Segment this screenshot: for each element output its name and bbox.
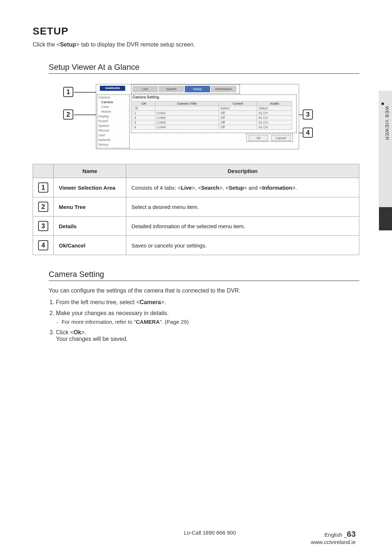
viewer-mock-window: SAMSUNG Live Search Setup Information Ca… xyxy=(96,84,299,149)
side-tab-label: WEB VIEWER xyxy=(384,106,390,141)
intro-text: Click the <Setup> tab to display the DVR… xyxy=(33,41,359,48)
callout-1: 1 xyxy=(63,87,73,97)
table-row: 3 Details Detailed information of the se… xyxy=(33,217,359,236)
logo-brand: SAMSUNG xyxy=(100,86,125,91)
table-row: 4 Ok/Cancel Saves or cancels your settin… xyxy=(33,236,359,255)
footer-phone: Lo-Call 1890 866 900 xyxy=(36,529,311,545)
callout-2: 2 xyxy=(63,109,73,120)
steps-list: From the left menu tree, select <Camera>… xyxy=(49,299,205,342)
step-1: From the left menu tree, select <Camera>… xyxy=(56,299,205,306)
callout-4: 4 xyxy=(303,128,313,138)
page-title: SETUP xyxy=(33,25,359,37)
side-tab: WEB VIEWER xyxy=(379,91,392,207)
step-2: Make your changes as necessary in detail… xyxy=(56,310,205,325)
dash-tabs xyxy=(131,84,240,94)
dash-tree xyxy=(97,94,130,148)
diagram: 1 2 3 4 SAMSUNG Live Search Setup Inform… xyxy=(49,80,359,153)
dash-details xyxy=(131,94,297,133)
side-dark-marker xyxy=(379,207,392,230)
page-footer: Lo-Call 1890 866 900 English _63 www.cct… xyxy=(0,529,392,545)
callout-3: 3 xyxy=(303,109,313,120)
bullet-icon xyxy=(381,102,384,105)
table-row: 2 Menu Tree Select a desired menu item. xyxy=(33,197,359,217)
camera-setting-intro: You can configure the settings of the ca… xyxy=(49,287,359,294)
step-2-sub: For more information, refer to "CAMERA".… xyxy=(56,319,205,325)
description-table: Name Description 1 Viewer Selection Area… xyxy=(33,164,359,255)
section-camera-setting: Camera Setting xyxy=(49,270,359,281)
dash-buttons xyxy=(246,134,293,142)
table-row: 1 Viewer Selection Area Consists of 4 ta… xyxy=(33,178,359,197)
section-setup-viewer: Setup Viewer At a Glance xyxy=(49,63,359,74)
step-3: Click <Ok>. Your changes will be saved. xyxy=(56,329,205,342)
footer-right: English _63 www.cctvireland.ie xyxy=(311,529,356,545)
